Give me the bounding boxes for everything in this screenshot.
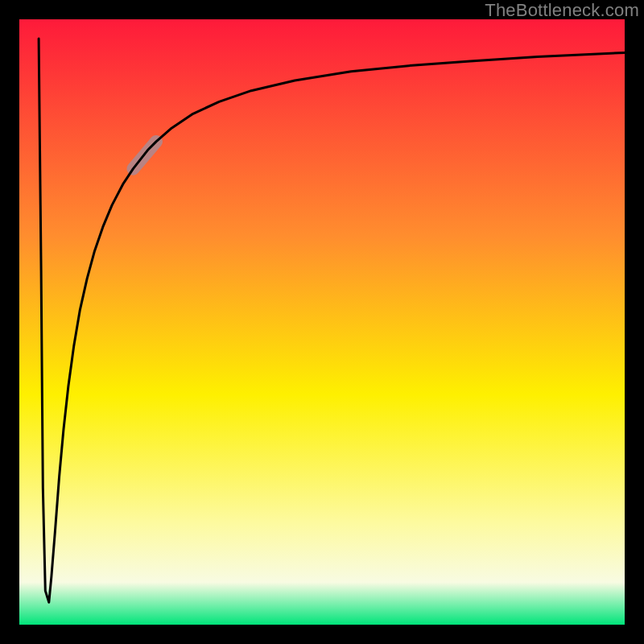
bottleneck-chart: [0, 0, 644, 644]
watermark-text: TheBottleneck.com: [485, 0, 639, 21]
plot-background: [19, 19, 625, 625]
chart-stage: TheBottleneck.com: [0, 0, 644, 644]
